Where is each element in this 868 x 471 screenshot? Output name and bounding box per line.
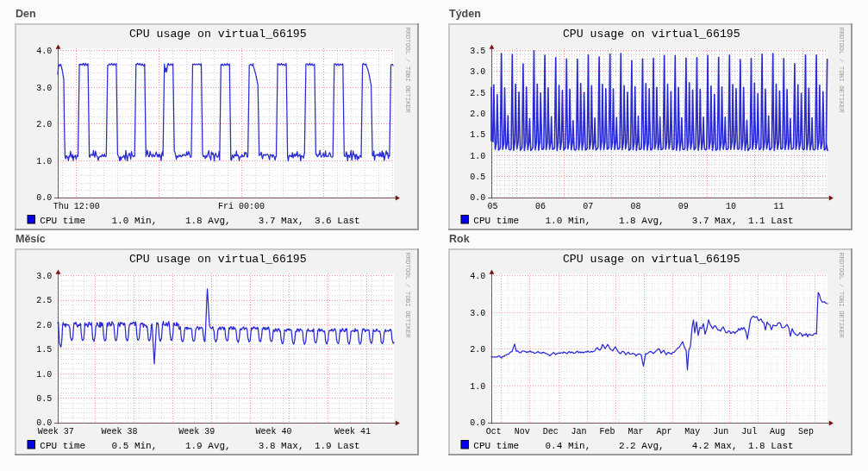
svg-text:Sep: Sep [798, 427, 814, 436]
svg-text:3.6 Last: 3.6 Last [315, 216, 360, 226]
svg-text:1.9 Avg,: 1.9 Avg, [185, 441, 231, 451]
svg-text:2.0: 2.0 [470, 345, 485, 355]
svg-text:CPU usage on virtual_66195: CPU usage on virtual_66195 [129, 253, 307, 266]
svg-text:Nov: Nov [515, 427, 530, 436]
svg-text:Oct: Oct [486, 427, 502, 436]
svg-text:1.1 Last: 1.1 Last [748, 216, 794, 226]
svg-text:CPU usage on virtual_66195: CPU usage on virtual_66195 [563, 28, 740, 41]
svg-text:4.2 Max,: 4.2 Max, [692, 441, 738, 451]
svg-text:CPU time: CPU time [473, 441, 519, 451]
svg-text:1.8 Last: 1.8 Last [748, 441, 794, 451]
svg-text:3.0: 3.0 [470, 67, 485, 77]
svg-text:2.0: 2.0 [36, 120, 52, 129]
svg-text:1.5: 1.5 [470, 130, 485, 140]
svg-text:Mar: Mar [628, 427, 643, 436]
svg-text:3.5: 3.5 [470, 47, 485, 56]
svg-text:Feb: Feb [599, 427, 615, 436]
svg-text:0.4 Min,: 0.4 Min, [546, 441, 591, 451]
svg-text:Week 38: Week 38 [102, 427, 138, 436]
svg-text:4.0: 4.0 [470, 272, 485, 281]
svg-text:1.5: 1.5 [36, 345, 52, 355]
svg-text:Jul: Jul [741, 427, 757, 436]
svg-text:Jun: Jun [713, 427, 728, 436]
svg-text:4.0: 4.0 [36, 47, 52, 56]
svg-text:1.8 Avg,: 1.8 Avg, [619, 216, 665, 226]
svg-text:3.0: 3.0 [470, 309, 485, 318]
svg-text:RRDTOOL / TOBI OETIKER: RRDTOOL / TOBI OETIKER [838, 28, 845, 114]
svg-text:3.7 Max,: 3.7 Max, [259, 216, 304, 226]
svg-text:07: 07 [583, 202, 593, 211]
svg-text:06: 06 [535, 202, 546, 211]
svg-text:Aug: Aug [770, 427, 785, 436]
svg-text:08: 08 [630, 202, 640, 211]
svg-text:RRDTOOL / TOBI OETIKER: RRDTOOL / TOBI OETIKER [404, 253, 411, 339]
svg-text:2.0: 2.0 [36, 321, 52, 330]
svg-text:3.0: 3.0 [36, 84, 52, 93]
svg-text:Week 37: Week 37 [38, 427, 74, 436]
svg-text:1.8 Avg,: 1.8 Avg, [185, 216, 231, 226]
svg-text:2.5: 2.5 [36, 296, 52, 305]
svg-text:RRDTOOL / TOBI OETIKER: RRDTOOL / TOBI OETIKER [838, 253, 845, 339]
svg-text:May: May [684, 427, 700, 436]
svg-text:Week 39: Week 39 [178, 427, 215, 436]
svg-text:Apr: Apr [656, 427, 671, 436]
svg-text:0.5: 0.5 [470, 173, 485, 182]
svg-text:Week 40: Week 40 [256, 427, 292, 436]
svg-text:2.2 Avg,: 2.2 Avg, [619, 441, 665, 451]
svg-text:Dec: Dec [543, 427, 559, 436]
svg-text:Thu 12:00: Thu 12:00 [53, 202, 100, 211]
svg-text:0.5: 0.5 [36, 394, 52, 404]
svg-text:1.9 Last: 1.9 Last [315, 441, 360, 451]
svg-text:1.0: 1.0 [470, 152, 485, 161]
svg-text:05: 05 [488, 202, 498, 211]
svg-text:CPU usage on virtual_66195: CPU usage on virtual_66195 [129, 28, 307, 41]
svg-text:Fri 00:00: Fri 00:00 [218, 202, 265, 211]
svg-text:3.0: 3.0 [36, 272, 52, 281]
svg-text:3.7 Max,: 3.7 Max, [692, 216, 738, 226]
svg-text:1.0 Min,: 1.0 Min, [546, 216, 591, 226]
svg-text:CPU usage on virtual_66195: CPU usage on virtual_66195 [563, 253, 740, 266]
svg-text:2.5: 2.5 [470, 89, 485, 98]
svg-text:CPU time: CPU time [40, 216, 85, 226]
svg-text:0.5 Min,: 0.5 Min, [112, 441, 158, 451]
svg-text:09: 09 [678, 202, 689, 211]
svg-text:2.0: 2.0 [470, 110, 485, 119]
svg-text:RRDTOOL / TOBI OETIKER: RRDTOOL / TOBI OETIKER [404, 28, 411, 114]
svg-text:10: 10 [726, 202, 736, 211]
svg-text:1.0: 1.0 [36, 370, 52, 380]
svg-text:0.0: 0.0 [470, 193, 485, 203]
svg-text:11: 11 [773, 202, 784, 211]
svg-text:1.0: 1.0 [36, 157, 52, 166]
svg-text:0.0: 0.0 [36, 193, 52, 203]
svg-text:CPU time: CPU time [473, 216, 519, 226]
svg-text:1.0: 1.0 [470, 382, 485, 392]
svg-text:Week 41: Week 41 [334, 427, 371, 436]
svg-text:1.0 Min,: 1.0 Min, [112, 216, 158, 226]
svg-text:CPU time: CPU time [40, 441, 85, 451]
svg-text:0.0: 0.0 [470, 418, 485, 428]
svg-text:3.8 Max,: 3.8 Max, [259, 441, 304, 451]
svg-text:Jan: Jan [571, 427, 587, 436]
